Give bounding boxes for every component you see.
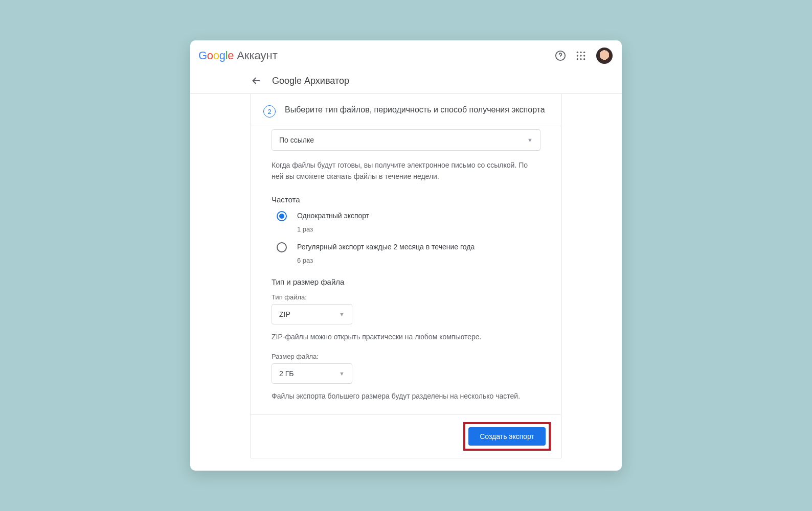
radio-icon[interactable] — [277, 242, 287, 252]
export-settings-card: 2 Выберите тип файлов, периодичность и с… — [251, 94, 561, 458]
filesize-label: Размер файла: — [272, 353, 540, 360]
svg-point-4 — [583, 52, 585, 53]
svg-point-6 — [580, 55, 581, 56]
svg-point-5 — [577, 55, 578, 56]
frequency-option-once[interactable]: Однократный экспорт 1 раз — [277, 211, 540, 233]
svg-point-7 — [583, 55, 585, 56]
svg-point-8 — [577, 58, 578, 60]
page-title: Google Архиватор — [272, 76, 349, 86]
frequency-title: Частота — [272, 195, 540, 204]
filetype-dropdown[interactable]: ZIP ▼ — [272, 304, 352, 324]
avatar[interactable] — [595, 47, 614, 65]
filesize-value: 2 ГБ — [279, 369, 294, 378]
radio-sublabel: 6 раз — [297, 257, 475, 264]
card-footer: Создать экспорт — [251, 414, 561, 458]
filesize-dropdown[interactable]: 2 ГБ ▼ — [272, 363, 352, 384]
chevron-down-icon: ▼ — [339, 311, 345, 317]
google-logo: Google — [198, 49, 234, 62]
highlight-annotation: Создать экспорт — [463, 422, 551, 451]
create-export-button[interactable]: Создать экспорт — [468, 427, 546, 446]
account-window: Google Аккаунт — [190, 40, 622, 471]
svg-point-3 — [580, 52, 581, 53]
delivery-method-value: По ссылке — [279, 136, 314, 144]
svg-point-2 — [577, 52, 578, 53]
frequency-radio-group: Однократный экспорт 1 раз Регулярный экс… — [272, 211, 540, 264]
svg-point-9 — [580, 58, 581, 60]
filesize-help: Файлы экспорта большего размера будут ра… — [272, 391, 540, 402]
filetype-value: ZIP — [279, 310, 290, 318]
frequency-option-recurring[interactable]: Регулярный экспорт каждые 2 месяца в теч… — [277, 242, 540, 264]
chevron-down-icon: ▼ — [339, 370, 345, 377]
delivery-help-text: Когда файлы будут готовы, вы получите эл… — [272, 160, 540, 182]
filetype-label: Тип файла: — [272, 293, 540, 301]
step-title: Выберите тип файлов, периодичность и спо… — [285, 104, 545, 115]
topbar: Google Аккаунт — [190, 40, 622, 70]
subheader: Google Архиватор — [190, 70, 622, 94]
brand: Google Аккаунт — [198, 49, 278, 62]
radio-label: Регулярный экспорт каждые 2 месяца в теч… — [297, 242, 475, 252]
back-arrow-icon[interactable] — [251, 75, 262, 86]
filetype-section-title: Тип и размер файла — [272, 277, 540, 286]
step-header: 2 Выберите тип файлов, периодичность и с… — [251, 94, 561, 126]
top-actions — [554, 47, 614, 65]
chevron-down-icon: ▼ — [527, 137, 533, 143]
step-number: 2 — [263, 105, 276, 118]
filetype-help: ZIP-файлы можно открыть практически на л… — [272, 332, 540, 343]
svg-point-10 — [583, 58, 585, 60]
svg-point-1 — [560, 58, 560, 58]
help-icon[interactable] — [554, 50, 567, 62]
radio-icon[interactable] — [277, 211, 287, 221]
brand-label: Аккаунт — [237, 49, 278, 62]
radio-sublabel: 1 раз — [297, 225, 369, 233]
radio-label: Однократный экспорт — [297, 211, 369, 221]
delivery-method-dropdown[interactable]: По ссылке ▼ — [272, 129, 540, 151]
apps-grid-icon[interactable] — [575, 50, 587, 62]
card-content: По ссылке ▼ Когда файлы будут готовы, вы… — [251, 129, 561, 402]
